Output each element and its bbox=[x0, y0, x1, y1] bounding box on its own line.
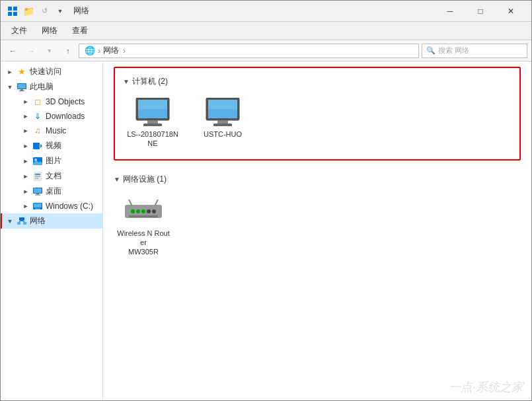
svg-rect-1 bbox=[13, 7, 17, 11]
svg-rect-20 bbox=[35, 194, 40, 195]
music-label: Music bbox=[46, 126, 66, 135]
svg-point-44 bbox=[141, 209, 145, 213]
svg-rect-2 bbox=[8, 12, 12, 16]
desktop-label: 桌面 bbox=[46, 186, 61, 197]
svg-rect-18 bbox=[34, 188, 42, 193]
svg-marker-9 bbox=[40, 144, 42, 148]
computer-item-ustc[interactable]: USTC-HUO bbox=[193, 95, 252, 151]
svg-rect-31 bbox=[138, 100, 167, 109]
back-button[interactable]: ← bbox=[5, 43, 20, 59]
desktop-arrow: ► bbox=[22, 188, 30, 195]
svg-rect-8 bbox=[33, 143, 40, 149]
window-title: 网络 bbox=[73, 5, 431, 17]
svg-rect-6 bbox=[20, 89, 23, 91]
sidebar-item-music[interactable]: ► ♫ Music bbox=[1, 124, 102, 138]
sidebar-item-documents[interactable]: ► 文档 bbox=[1, 168, 102, 184]
svg-rect-14 bbox=[35, 174, 40, 175]
sidebar-item-quick-access[interactable]: ► ★ 快速访问 bbox=[1, 64, 102, 79]
svg-rect-36 bbox=[208, 100, 237, 109]
computer-item-ls[interactable]: LS--20180718NNE bbox=[123, 95, 182, 151]
svg-line-40 bbox=[129, 200, 132, 205]
music-arrow: ► bbox=[22, 128, 30, 134]
sidebar-item-network[interactable]: ▼ 网络 bbox=[1, 213, 102, 229]
sidebar-item-downloads[interactable]: ► ⇓ Downloads bbox=[1, 109, 102, 124]
sidebar-item-pictures[interactable]: ► 图片 bbox=[1, 153, 102, 168]
search-icon: 🔍 bbox=[426, 46, 436, 55]
sidebar-item-desktop[interactable]: ► 桌面 bbox=[1, 184, 102, 199]
windows-c-label: Windows (C:) bbox=[46, 201, 93, 211]
svg-line-28 bbox=[22, 221, 25, 222]
minimize-button[interactable]: ─ bbox=[435, 1, 465, 22]
search-box[interactable]: 🔍 搜索 网络 bbox=[422, 44, 527, 58]
svg-point-43 bbox=[136, 209, 140, 213]
desktop-icon bbox=[32, 186, 43, 197]
svg-rect-7 bbox=[19, 91, 24, 91]
up-button[interactable]: ↑ bbox=[60, 43, 76, 59]
svg-rect-24 bbox=[19, 217, 24, 221]
this-pc-label: 此电脑 bbox=[30, 81, 54, 92]
svg-rect-5 bbox=[18, 84, 26, 89]
computer-ustc-icon bbox=[203, 98, 243, 127]
this-pc-icon bbox=[17, 82, 27, 92]
dropdown-icon[interactable]: ▼ bbox=[54, 5, 67, 18]
pictures-label: 图片 bbox=[46, 155, 61, 166]
sidebar-item-videos[interactable]: ► 视频 bbox=[1, 138, 102, 153]
path-separator: › bbox=[98, 46, 100, 55]
music-icon: ♫ bbox=[32, 126, 43, 136]
quick-access-icon: 📁 bbox=[22, 5, 35, 18]
devices-grid: Wireless N Router MW305R bbox=[114, 190, 521, 262]
svg-rect-16 bbox=[35, 178, 38, 179]
window-container: 📁 ↺ ▼ 网络 ─ □ ✕ 文件 网络 查看 ← → ▼ ↑ 🌐 › 网络 ›… bbox=[0, 0, 532, 401]
3d-objects-arrow: ► bbox=[22, 98, 30, 105]
title-bar: 📁 ↺ ▼ 网络 ─ □ ✕ bbox=[1, 1, 531, 22]
sidebar-item-this-pc[interactable]: ▼ 此电脑 bbox=[1, 79, 102, 94]
window-icon bbox=[6, 5, 19, 18]
menu-view[interactable]: 查看 bbox=[65, 24, 95, 38]
devices-chevron: ▼ bbox=[114, 176, 120, 183]
computer-ustc-label: USTC-HUO bbox=[204, 129, 242, 139]
svg-rect-37 bbox=[217, 120, 228, 124]
maximize-button[interactable]: □ bbox=[465, 1, 496, 22]
videos-icon bbox=[32, 141, 43, 151]
path-network-icon: 🌐 bbox=[85, 46, 95, 55]
svg-line-27 bbox=[19, 221, 22, 222]
3d-objects-label: 3D Objects bbox=[46, 97, 85, 106]
pictures-arrow: ► bbox=[22, 158, 30, 164]
computer-ls-label: LS--20180718NNE bbox=[126, 129, 180, 149]
computers-grid: LS--20180718NNE bbox=[123, 92, 512, 154]
documents-label: 文档 bbox=[46, 170, 61, 182]
address-bar: ← → ▼ ↑ 🌐 › 网络 › 🔍 搜索 网络 bbox=[1, 40, 531, 61]
svg-rect-0 bbox=[8, 7, 12, 11]
downloads-icon: ⇓ bbox=[32, 111, 43, 122]
network-devices-header: ▼ 网络设施 (1) bbox=[114, 174, 521, 185]
svg-rect-33 bbox=[143, 124, 162, 126]
videos-label: 视频 bbox=[46, 140, 61, 151]
recent-button[interactable]: ▼ bbox=[42, 43, 57, 59]
content-area: ▼ 计算机 (2) bbox=[103, 61, 531, 401]
search-placeholder: 搜索 网络 bbox=[438, 46, 469, 55]
sidebar-item-3d-objects[interactable]: ► ◻ 3D Objects bbox=[1, 94, 102, 109]
documents-arrow: ► bbox=[22, 173, 30, 180]
sidebar-item-windows-c[interactable]: ► Windows (C:) bbox=[1, 199, 102, 213]
router-item[interactable]: Wireless N Router MW305R bbox=[114, 193, 173, 260]
title-bar-icons: 📁 ↺ ▼ bbox=[6, 5, 67, 18]
svg-point-46 bbox=[152, 209, 156, 213]
undo-icon[interactable]: ↺ bbox=[38, 5, 51, 18]
windows-c-arrow: ► bbox=[22, 203, 30, 209]
window-controls: ─ □ ✕ bbox=[435, 1, 526, 22]
menu-network[interactable]: 网络 bbox=[35, 24, 64, 38]
svg-point-42 bbox=[131, 209, 135, 213]
close-button[interactable]: ✕ bbox=[496, 1, 526, 22]
path-end-separator: › bbox=[123, 46, 126, 55]
svg-rect-15 bbox=[35, 176, 40, 177]
windows-c-icon bbox=[32, 201, 43, 211]
address-path[interactable]: 🌐 › 网络 › bbox=[79, 44, 419, 58]
svg-line-41 bbox=[155, 200, 158, 205]
svg-rect-25 bbox=[17, 222, 20, 225]
network-devices-section: ▼ 网络设施 (1) bbox=[114, 168, 521, 265]
menu-file[interactable]: 文件 bbox=[5, 24, 34, 38]
forward-button[interactable]: → bbox=[23, 43, 39, 59]
svg-rect-38 bbox=[213, 124, 232, 126]
svg-rect-19 bbox=[36, 194, 39, 195]
network-label: 网络 bbox=[30, 215, 46, 227]
